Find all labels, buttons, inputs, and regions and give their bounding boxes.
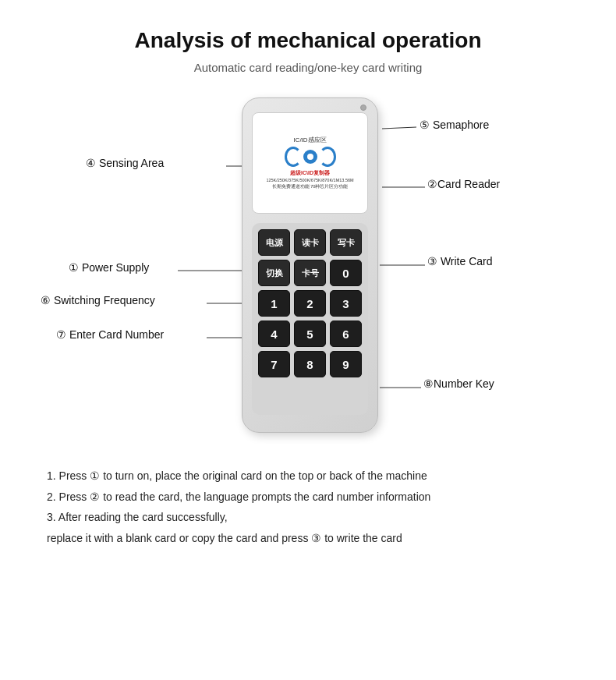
key-0[interactable]: 0 <box>330 260 362 286</box>
sensing-symbol <box>285 147 336 167</box>
annotation-power-supply: ① Power Supply <box>69 261 149 274</box>
key-8[interactable]: 8 <box>294 351 326 377</box>
annotation-sensing-area: ④ Sensing Area <box>86 157 164 169</box>
key-1[interactable]: 1 <box>258 290 290 317</box>
key-9[interactable]: 9 <box>330 351 362 377</box>
annotation-enter-card: ⑦ Enter Card Number <box>56 328 164 341</box>
key-4[interactable]: 4 <box>258 321 290 347</box>
instruction-3: 3. After reading the card successfully, <box>47 507 569 528</box>
instruction-4: replace it with a blank card or copy the… <box>47 528 569 549</box>
keypad: 电源 读卡 写卡 切换 卡号 0 1 2 3 4 <box>252 223 368 415</box>
key-3[interactable]: 3 <box>330 290 362 317</box>
annotation-switching-freq: ⑥ Switching Frequency <box>41 294 155 306</box>
key-7[interactable]: 7 <box>258 351 290 377</box>
main-title: Analysis of mechanical operation <box>0 28 616 53</box>
annotation-number-key: ⑧Number Key <box>423 377 494 390</box>
semaphore-led <box>360 104 366 111</box>
sensing-cn-label: IC/ID感应区 <box>293 136 326 144</box>
svg-line-1 <box>382 127 416 129</box>
key-switch[interactable]: 切换 <box>258 260 290 286</box>
key-power[interactable]: 电源 <box>258 229 290 256</box>
key-row-4: 4 5 6 <box>258 321 362 347</box>
instruction-1: 1. Press ① to turn on, place the origina… <box>47 466 569 487</box>
annotation-semaphore: ⑤ Semaphore <box>420 119 489 131</box>
wave-left-icon <box>285 147 302 167</box>
annotation-write-card: ③ Write Card <box>427 255 493 267</box>
key-6[interactable]: 6 <box>330 321 362 347</box>
key-row-2: 切换 卡号 0 <box>258 260 362 286</box>
key-row-3: 1 2 3 <box>258 290 362 317</box>
annotation-card-reader: ②Card Reader <box>427 178 500 190</box>
instruction-2: 2. Press ② to read the card, the languag… <box>47 487 569 508</box>
key-read[interactable]: 读卡 <box>294 229 326 256</box>
device-title-cn: 超级IC\ID复制器 <box>290 169 330 176</box>
key-write[interactable]: 写卡 <box>330 229 362 256</box>
sensing-area: IC/ID感应区 超级IC\ID复制器 125K/250K/375K/500K/… <box>252 112 368 214</box>
device: IC/ID感应区 超级IC\ID复制器 125K/250K/375K/500K/… <box>242 97 378 433</box>
diagram-area: ④ Sensing Area ⑤ Semaphore ②Card Reader … <box>0 82 616 456</box>
key-2[interactable]: 2 <box>294 290 326 317</box>
wave-right-icon <box>319 147 336 167</box>
key-cardnum[interactable]: 卡号 <box>294 260 326 286</box>
subtitle: Automatic card reading/one-key card writ… <box>0 61 616 74</box>
key-5[interactable]: 5 <box>294 321 326 347</box>
key-row-1: 电源 读卡 写卡 <box>258 229 362 256</box>
center-dot <box>303 150 317 164</box>
center-dot-inner <box>307 154 313 160</box>
instructions-section: 1. Press ① to turn on, place the origina… <box>0 456 616 548</box>
device-subtitle-cn: 125K/250K/375K/500K/675K/870K/1M13.56M长期… <box>264 178 356 189</box>
key-row-5: 7 8 9 <box>258 351 362 377</box>
page-container: Analysis of mechanical operation Automat… <box>0 0 616 680</box>
header-section: Analysis of mechanical operation Automat… <box>0 0 616 74</box>
